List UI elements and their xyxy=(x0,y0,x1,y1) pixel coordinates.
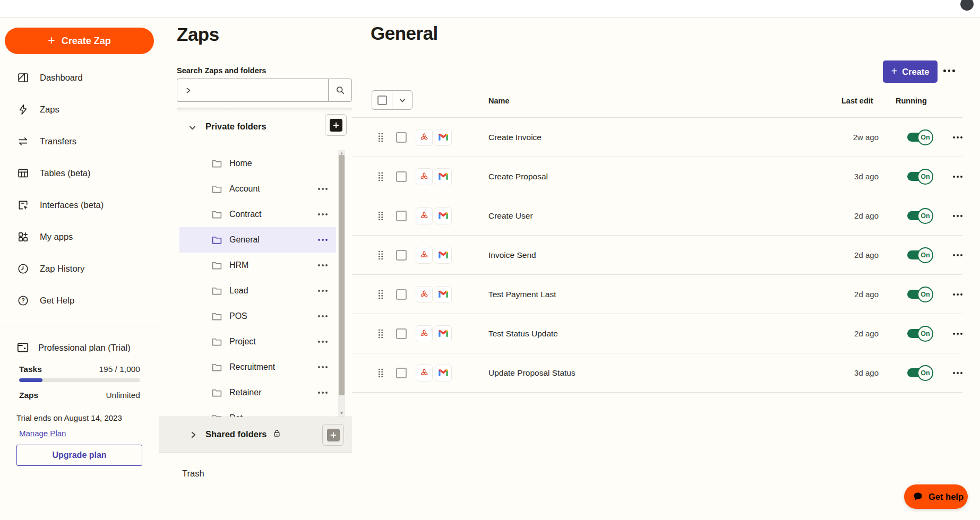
running-toggle[interactable]: On xyxy=(907,128,933,146)
app-icon-box xyxy=(435,207,452,224)
running-toggle[interactable]: On xyxy=(907,168,933,186)
folder-item[interactable]: Recruitment xyxy=(179,354,336,380)
avatar[interactable] xyxy=(960,0,974,11)
folder-item[interactable]: Ret xyxy=(179,405,336,417)
app-icon-box xyxy=(416,286,433,303)
interfaces-icon xyxy=(17,199,29,211)
folder-menu-button[interactable] xyxy=(317,288,329,294)
drag-handle-icon[interactable] xyxy=(378,133,383,142)
add-shared-folder-button[interactable] xyxy=(322,424,344,446)
row-checkbox[interactable] xyxy=(396,328,407,339)
zap-name[interactable]: Update Proposal Status xyxy=(488,368,841,378)
search-button[interactable] xyxy=(328,79,352,102)
manage-plan-link[interactable]: Manage Plan xyxy=(19,429,66,438)
get-help-button[interactable]: Get help xyxy=(904,484,968,509)
drag-handle-icon[interactable] xyxy=(378,290,383,299)
zap-name[interactable]: Create User xyxy=(488,211,841,221)
upgrade-plan-button[interactable]: Upgrade plan xyxy=(16,445,142,466)
folder-item[interactable]: HRM xyxy=(179,253,336,278)
zap-name[interactable]: Create Invoice xyxy=(488,133,841,142)
select-all-checkbox[interactable] xyxy=(377,96,387,105)
zapier-app: + Create Zap Dashboard Zaps Transfers Ta… xyxy=(0,0,980,520)
row-checkbox[interactable] xyxy=(396,250,407,261)
scroll-down-arrow[interactable]: ▼ xyxy=(338,411,345,416)
search-icon xyxy=(335,85,346,96)
folder-scrollbar[interactable]: ▲ ▼ xyxy=(338,150,345,417)
search-input[interactable] xyxy=(196,86,328,95)
folder-menu-button[interactable] xyxy=(317,262,329,268)
sidebar-item-tables[interactable]: Tables (beta) xyxy=(0,157,159,189)
running-toggle[interactable]: On xyxy=(907,285,933,304)
chevron-right-icon[interactable] xyxy=(190,431,197,439)
folder-menu-button[interactable] xyxy=(317,211,329,218)
running-toggle[interactable]: On xyxy=(907,325,933,343)
drag-handle-icon[interactable] xyxy=(378,250,383,260)
row-menu-button[interactable] xyxy=(953,251,962,259)
folder-item[interactable]: Home xyxy=(179,151,336,176)
add-private-folder-button[interactable] xyxy=(325,114,347,136)
drag-handle-icon[interactable] xyxy=(378,329,383,339)
folder-item[interactable]: General xyxy=(179,227,336,253)
folder-menu-button[interactable] xyxy=(317,389,329,396)
folder-options-menu-button[interactable] xyxy=(942,66,956,75)
trash-link[interactable]: Trash xyxy=(182,469,204,479)
folder-item[interactable]: Lead xyxy=(179,278,336,304)
gmail-icon xyxy=(438,211,449,221)
row-menu-button[interactable] xyxy=(953,212,962,220)
row-menu-button[interactable] xyxy=(953,330,962,338)
row-checkbox[interactable] xyxy=(396,368,407,378)
zaps-label: Zaps xyxy=(19,391,38,400)
sidebar-item-my-apps[interactable]: My apps xyxy=(0,221,159,253)
folder-item[interactable]: Contract xyxy=(179,202,336,227)
zap-name[interactable]: Invoice Send xyxy=(488,250,841,260)
zap-name[interactable]: Test Payment Last xyxy=(488,290,841,299)
zap-name[interactable]: Create Proposal xyxy=(488,172,841,181)
tasks-label: Tasks xyxy=(19,365,42,374)
select-all-combo[interactable] xyxy=(372,90,412,110)
row-checkbox[interactable] xyxy=(396,171,407,182)
row-menu-button[interactable] xyxy=(953,369,962,377)
folder-menu-button[interactable] xyxy=(317,339,329,345)
page-title: General xyxy=(371,23,438,44)
zap-name[interactable]: Test Status Update xyxy=(488,329,841,339)
folder-menu-button[interactable] xyxy=(317,313,329,319)
folder-item[interactable]: Retainer xyxy=(179,380,336,405)
chevron-down-icon[interactable] xyxy=(188,124,196,132)
sidebar-item-zaps[interactable]: Zaps xyxy=(0,93,159,125)
create-zap-button[interactable]: + Create Zap xyxy=(5,28,154,54)
sidebar-item-dashboard[interactable]: Dashboard xyxy=(0,62,159,93)
row-menu-button[interactable] xyxy=(953,172,962,181)
select-all-checkbox-cell[interactable] xyxy=(372,91,392,109)
drag-handle-icon[interactable] xyxy=(378,211,383,221)
folder-menu-button[interactable] xyxy=(317,237,329,243)
row-checkbox[interactable] xyxy=(396,132,407,143)
folder-menu-button[interactable] xyxy=(317,364,329,370)
shared-folders-header[interactable]: Shared folders xyxy=(159,417,352,453)
drag-handle-icon[interactable] xyxy=(378,172,383,181)
zoho-flow-icon xyxy=(419,328,429,339)
row-menu-button[interactable] xyxy=(953,290,962,299)
folder-item[interactable]: Project xyxy=(179,329,336,354)
create-button[interactable]: + Create xyxy=(883,60,938,83)
chevron-right-icon[interactable] xyxy=(185,86,192,94)
sidebar-item-interfaces[interactable]: Interfaces (beta) xyxy=(0,189,159,221)
select-dropdown-cell[interactable] xyxy=(392,91,412,109)
sidebar-item-zap-history[interactable]: Zap History xyxy=(0,253,159,284)
sidebar-item-transfers[interactable]: Transfers xyxy=(0,125,159,157)
folder-menu-button[interactable] xyxy=(317,186,329,192)
running-toggle[interactable]: On xyxy=(907,364,933,382)
scrollbar-thumb[interactable] xyxy=(339,155,345,395)
zap-row: Create Invoice 2w ago On xyxy=(352,118,962,157)
folder-icon xyxy=(211,158,222,169)
running-toggle[interactable]: On xyxy=(907,207,933,225)
sidebar-item-get-help[interactable]: ? Get Help xyxy=(0,284,159,316)
folder-item[interactable]: POS xyxy=(179,304,336,329)
row-menu-button[interactable] xyxy=(953,133,962,142)
running-toggle[interactable]: On xyxy=(907,246,933,264)
row-checkbox[interactable] xyxy=(396,289,407,300)
drag-handle-icon[interactable] xyxy=(378,368,383,378)
folder-item[interactable]: Account xyxy=(179,176,336,202)
zap-row: Update Proposal Status 3d ago On xyxy=(352,353,962,393)
get-help-label: Get help xyxy=(929,492,964,502)
row-checkbox[interactable] xyxy=(396,211,407,221)
